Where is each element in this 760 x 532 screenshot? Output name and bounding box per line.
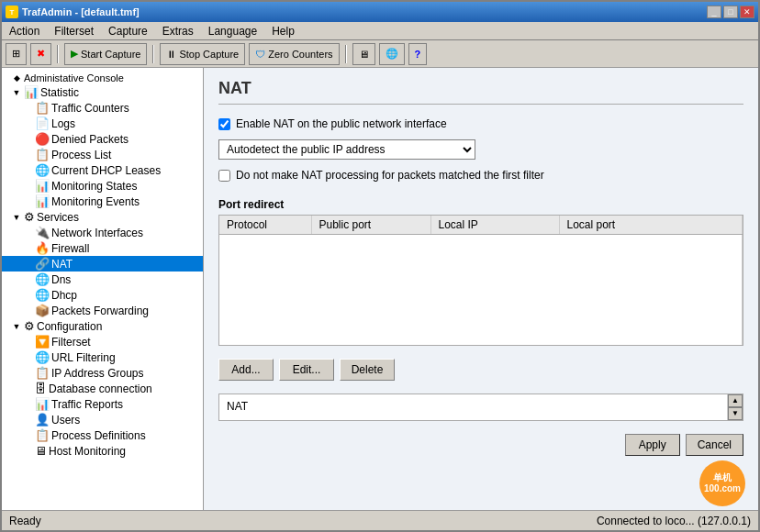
stop-capture-label: Stop Capture <box>179 49 239 60</box>
me-icon: 📊 <box>35 194 50 208</box>
sidebar-item-users[interactable]: 👤 Users <box>2 412 203 427</box>
sidebar-item-statistic[interactable]: ▼ 📊 Statistic <box>2 84 203 100</box>
ms-expand-icon <box>22 181 33 192</box>
no-nat-row: Do not make NAT processing for packets m… <box>218 169 743 182</box>
sidebar-item-traffic-reports[interactable]: 📊 Traffic Reports <box>2 396 203 412</box>
sidebar-item-ip-address-groups[interactable]: 📋 IP Address Groups <box>2 365 203 381</box>
cd-icon: 🌐 <box>35 163 50 177</box>
minimize-button[interactable]: _ <box>707 6 721 18</box>
sidebar-tree: ◆ Administative Console ▼ 📊 Statistic 📋 … <box>2 68 203 462</box>
toolbar-icon1-button[interactable]: ⊞ <box>6 43 27 65</box>
title-buttons: _ □ ✕ <box>707 6 754 18</box>
action-buttons: Add... Edit... Delete <box>218 359 743 381</box>
sidebar-item-configuration[interactable]: ▼ ⚙ Configuration <box>2 318 203 334</box>
pd-expand-icon <box>22 430 33 441</box>
title-bar: T TrafAdmin - [default.tmf] _ □ ✕ <box>2 2 758 22</box>
maximize-button[interactable]: □ <box>723 6 738 18</box>
public-ip-dropdown[interactable]: Autodetect the public IP address Specify… <box>218 139 475 160</box>
port-table-body <box>219 235 743 345</box>
col-local-ip: Local IP <box>430 216 559 235</box>
toolbar-monitor-button[interactable]: 🖥 <box>352 43 375 65</box>
col-public-port: Public port <box>311 216 430 235</box>
expand-icon: ◆ <box>11 72 22 83</box>
sidebar-item-logs[interactable]: 📄 Logs <box>2 116 203 131</box>
page-title: NAT <box>218 79 743 105</box>
globe-icon: 🌐 <box>386 48 398 60</box>
sidebar-item-firewall[interactable]: 🔥 Firewall <box>2 240 203 256</box>
toolbar: ⊞ ✖ ▶ Start Capture ⏸ Stop Capture 🛡 Zer… <box>2 40 758 68</box>
cd-label: Current DHCP Leases <box>51 164 161 177</box>
ni-expand-icon <box>22 227 33 238</box>
menu-help[interactable]: Help <box>264 22 302 39</box>
nat-info-box: NAT ▲ ▼ <box>218 393 743 421</box>
cancel-button[interactable]: Cancel <box>686 434 743 456</box>
sidebar-item-packets-forwarding[interactable]: 📦 Packets Forwarding <box>2 303 203 318</box>
nat-scroll-buttons: ▲ ▼ <box>727 394 743 420</box>
menu-capture[interactable]: Capture <box>101 22 155 39</box>
dns-icon: 🌐 <box>35 272 50 286</box>
tr-label: Traffic Reports <box>51 398 123 411</box>
pd-label: Process Definitions <box>51 429 146 442</box>
iag-icon: 📋 <box>35 366 50 380</box>
toolbar-help-button[interactable]: ? <box>408 43 428 65</box>
sidebar-item-monitoring-states[interactable]: 📊 Monitoring States <box>2 178 203 194</box>
sidebar-item-traffic-counters[interactable]: 📋 Traffic Counters <box>2 100 203 116</box>
nat-label: NAT <box>51 258 73 271</box>
apply-button[interactable]: Apply <box>625 434 680 456</box>
nat-info-text: NAT <box>219 394 727 420</box>
col-local-port: Local port <box>559 216 743 235</box>
delete-button[interactable]: Delete <box>340 359 395 381</box>
sidebar-item-url-filtering[interactable]: 🌐 URL Filtering <box>2 349 203 365</box>
sidebar-item-filterset[interactable]: 🔽 Filterset <box>2 334 203 349</box>
sidebar-item-nat[interactable]: 🔗 NAT <box>2 256 203 272</box>
sidebar-item-database-connection[interactable]: 🗄 Database connection <box>2 381 203 396</box>
start-capture-button[interactable]: ▶ Start Capture <box>64 43 147 65</box>
menu-action[interactable]: Action <box>2 22 47 39</box>
content-panel: NAT Enable NAT on the public network int… <box>204 68 758 510</box>
sidebar-item-denied-packets[interactable]: 🔴 Denied Packets <box>2 131 203 147</box>
sidebar-item-current-dhcp[interactable]: 🌐 Current DHCP Leases <box>2 162 203 178</box>
toolbar-icon2-button[interactable]: ✖ <box>30 43 51 65</box>
status-left: Ready <box>9 515 41 527</box>
sidebar-item-host-monitoring[interactable]: 🖥 Host Monitoring <box>2 443 203 459</box>
fw-icon: 🔥 <box>35 241 50 255</box>
services-label: Services <box>37 211 79 224</box>
pl-icon: 📋 <box>35 148 50 161</box>
tc-icon: 📋 <box>35 101 50 115</box>
menu-language[interactable]: Language <box>201 22 264 39</box>
hm-expand-icon <box>22 446 33 457</box>
sidebar-item-dns[interactable]: 🌐 Dns <box>2 272 203 287</box>
enable-nat-checkbox[interactable] <box>218 118 230 130</box>
add-button[interactable]: Add... <box>218 359 274 381</box>
sidebar-item-network-interfaces[interactable]: 🔌 Network Interfaces <box>2 225 203 240</box>
enable-nat-label: Enable NAT on the public network interfa… <box>236 117 447 130</box>
scroll-down-button[interactable]: ▼ <box>728 407 743 420</box>
toolbar-globe-button[interactable]: 🌐 <box>379 43 405 65</box>
scroll-up-button[interactable]: ▲ <box>728 394 743 407</box>
pause-icon: ⏸ <box>166 49 176 60</box>
empty-table-cell <box>219 235 743 345</box>
edit-button[interactable]: Edit... <box>279 359 334 381</box>
me-expand-icon <box>22 196 33 207</box>
dp-label: Denied Packets <box>51 133 129 146</box>
zero-counters-button[interactable]: 🛡 Zero Counters <box>249 43 339 65</box>
sidebar-item-dhcp[interactable]: 🌐 Dhcp <box>2 287 203 303</box>
monitor-icon: 🖥 <box>359 49 369 60</box>
no-nat-checkbox[interactable] <box>218 170 230 182</box>
menu-filterset[interactable]: Filterset <box>47 22 101 39</box>
pd-icon: 📋 <box>35 428 50 442</box>
close-button[interactable]: ✕ <box>740 6 754 18</box>
sidebar-item-monitoring-events[interactable]: 📊 Monitoring Events <box>2 194 203 209</box>
ni-icon: 🔌 <box>35 226 50 239</box>
app-icon: T <box>6 6 18 18</box>
toolbar-separator <box>57 45 59 63</box>
logs-label: Logs <box>51 117 75 130</box>
main-window: T TrafAdmin - [default.tmf] _ □ ✕ Action… <box>0 0 760 532</box>
sidebar-item-services[interactable]: ▼ ⚙ Services <box>2 209 203 225</box>
menu-extras[interactable]: Extras <box>155 22 201 39</box>
sidebar-item-process-list[interactable]: 📋 Process List <box>2 147 203 162</box>
ms-icon: 📊 <box>35 179 50 193</box>
stop-capture-button[interactable]: ⏸ Stop Capture <box>160 43 245 65</box>
sidebar-item-process-definitions[interactable]: 📋 Process Definitions <box>2 427 203 443</box>
nat-expand-icon <box>22 259 33 270</box>
